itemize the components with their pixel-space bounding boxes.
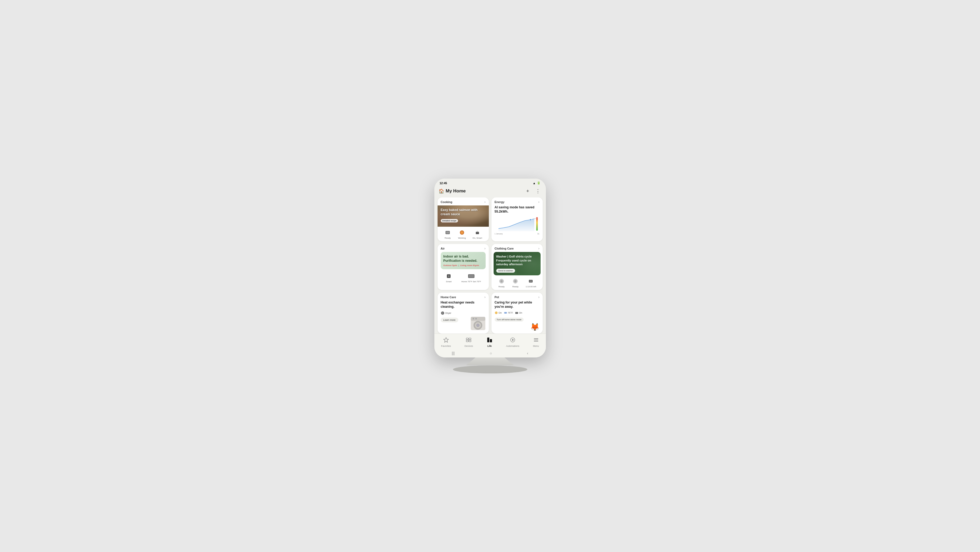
life-label: Life: [487, 345, 492, 347]
svg-rect-33: [504, 312, 507, 314]
svg-rect-1: [446, 231, 449, 234]
pet-device-3-label: On: [519, 311, 522, 314]
automations-label: Automations: [506, 345, 519, 347]
cooking-card-header: Cooking ›: [438, 198, 489, 206]
cooking-device-2: Working: [458, 229, 466, 239]
learn-more-button[interactable]: Learn more: [441, 317, 458, 322]
add-button[interactable]: +: [524, 187, 531, 195]
cooking-footer: Ready Working On, Smart: [438, 227, 489, 241]
homecare-message: Heat exchanger needs cleaning.: [441, 301, 485, 309]
back-gesture[interactable]: ‹: [527, 351, 528, 355]
svg-rect-22: [530, 281, 532, 282]
svg-point-12: [448, 275, 450, 277]
cooking-device-1-icon: [444, 229, 451, 236]
air-card-content: Indoor air is bad. Purification is neede…: [438, 252, 489, 286]
cooking-device-2-icon: [458, 229, 466, 236]
clothing-device-3: 1:10:00 left: [526, 278, 536, 288]
homecare-card-header: Home Care ›: [438, 293, 489, 301]
svg-rect-40: [487, 338, 489, 342]
svg-point-17: [501, 281, 502, 282]
air-device-2: Home 75°F Set 75°F: [461, 273, 481, 283]
nav-menu[interactable]: Menu: [531, 336, 541, 348]
status-bar: 12:45 ▲ 🔋: [434, 179, 546, 186]
air-device-row: Smart Home 75°F Set 75°F: [441, 271, 485, 284]
dryer-icon: [441, 311, 444, 315]
svg-rect-38: [466, 340, 468, 342]
cooking-device-3-icon: [474, 229, 481, 236]
favorites-label: Favorites: [441, 345, 451, 347]
clothing-care-card[interactable]: Clothing Care › Washer | Golf shirts cyc…: [492, 244, 543, 290]
nav-life[interactable]: Life: [485, 336, 495, 348]
svg-rect-37: [469, 338, 471, 340]
svg-rect-36: [466, 338, 468, 340]
svg-rect-41: [490, 339, 492, 342]
clothing-device-1: Ready: [498, 278, 505, 288]
cooking-overlay: Easy baked salmon with cream sauce Detai…: [438, 206, 489, 227]
pet-device-1: On: [495, 311, 502, 314]
pet-device-2-label: 75°F: [508, 311, 513, 314]
home-gesture[interactable]: ○: [490, 351, 492, 355]
header-title: 🏠 My Home: [439, 188, 466, 194]
energy-chart: [492, 215, 543, 233]
clothing-device-1-label: Ready: [498, 286, 504, 288]
air-chevron: ›: [485, 247, 485, 250]
chart-date-start: 1 January: [495, 233, 503, 235]
cooking-device-1: Ready: [444, 229, 451, 239]
energy-title: Energy: [495, 200, 504, 204]
svg-point-31: [475, 318, 477, 319]
cards-grid: Cooking › Easy baked salmon with cream s…: [434, 198, 546, 333]
favorites-icon: [443, 337, 449, 344]
svg-rect-14: [469, 275, 474, 278]
home-care-card[interactable]: Home Care › Heat exchanger needs cleanin…: [438, 293, 489, 333]
nav-favorites[interactable]: Favorites: [439, 336, 453, 348]
device-stand: 12:45 ▲ 🔋 🏠 My Home + ⋮: [434, 179, 546, 373]
homecare-device-label: Dryer: [445, 312, 451, 314]
chart-date-end: 31: [538, 233, 539, 235]
energy-card[interactable]: Energy › AI saving mode has saved 55.2kW…: [492, 198, 543, 241]
cooking-device-2-label: Working: [458, 237, 466, 239]
energy-card-header: Energy ›: [492, 198, 543, 206]
cooking-title: Cooking: [441, 200, 452, 204]
pet-content: Caring for your pet while you're away. O…: [492, 301, 543, 333]
cooking-image: Easy baked salmon with cream sauce Detai…: [438, 206, 489, 227]
nav-devices[interactable]: Devices: [462, 336, 475, 348]
pet-title: Pet: [495, 295, 499, 299]
ac-icon: [504, 311, 507, 314]
svg-point-32: [495, 311, 498, 314]
clothing-title: Clothing Care: [495, 247, 514, 250]
pet-device-1-label: On: [499, 311, 502, 314]
pet-device-3: On: [515, 311, 522, 314]
battery-icon: 🔋: [537, 181, 541, 185]
recent-apps-gesture[interactable]: |||: [452, 351, 455, 355]
air-card[interactable]: Air › Indoor air is bad. Purification is…: [438, 244, 489, 290]
nav-items: Favorites Devices Life: [434, 336, 546, 348]
svg-point-24: [442, 312, 444, 314]
cooking-device-1-label: Ready: [444, 237, 450, 239]
clothing-card-bg: Washer | Golf shirts cycle Frequently us…: [493, 252, 541, 275]
chart-dates: 1 January 31: [492, 233, 543, 237]
pet-device-2: 75°F: [504, 311, 513, 314]
svg-point-8: [530, 219, 531, 220]
homecare-chevron: ›: [485, 295, 485, 299]
nav-automations[interactable]: Automations: [504, 336, 522, 348]
pet-message: Caring for your pet while you're away.: [495, 301, 539, 309]
svg-point-35: [516, 312, 517, 313]
svg-point-10: [536, 219, 538, 220]
clothing-card-header: Clothing Care ›: [492, 244, 543, 252]
pet-card-header: Pet ›: [492, 293, 543, 301]
turn-off-home-alone-button[interactable]: Turn off home alone mode: [495, 317, 523, 322]
air-device-1: Smart: [445, 273, 452, 283]
gesture-bar: ||| ○ ‹: [434, 349, 546, 357]
cooking-card[interactable]: Cooking › Easy baked salmon with cream s…: [438, 198, 489, 241]
air-device-1-icon: [445, 273, 452, 280]
automations-icon: [510, 337, 515, 344]
air-device-1-label: Smart: [446, 281, 452, 283]
screen: 12:45 ▲ 🔋 🏠 My Home + ⋮: [434, 179, 546, 357]
detail-recipe-button[interactable]: Detailed recipe: [441, 219, 458, 222]
clothing-device-2-icon: [512, 278, 519, 285]
pet-card[interactable]: Pet › Caring for your pet while you're a…: [492, 293, 543, 333]
more-button[interactable]: ⋮: [534, 187, 542, 195]
devices-icon: [466, 337, 471, 344]
svg-point-29: [476, 324, 479, 327]
signal-icon: ▲: [533, 182, 536, 185]
